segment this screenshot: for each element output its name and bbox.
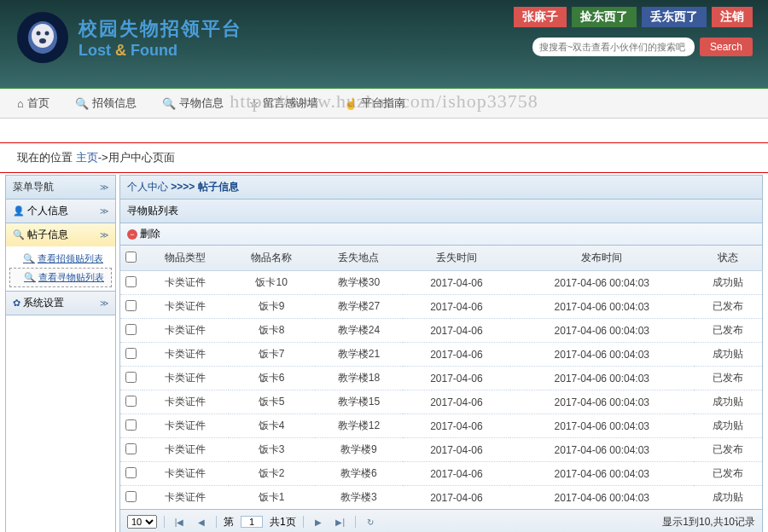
nav-wall[interactable]: ☆留言感谢墙 (249, 95, 318, 111)
column-header: 丢失地点 (315, 246, 404, 271)
column-header: 状态 (694, 246, 762, 271)
svg-point-2 (37, 32, 41, 36)
table-row[interactable]: 卡类证件饭卡10教学楼302017-04-062017-04-06 00:04:… (120, 271, 763, 295)
nav-home[interactable]: ⌂首页 (17, 95, 49, 111)
refresh-button[interactable]: ↻ (363, 514, 378, 529)
logo-title-cn: 校园失物招领平台 (79, 16, 242, 42)
user-button[interactable]: 张麻子 (514, 7, 567, 27)
next-page-button[interactable]: ▶ (311, 514, 326, 529)
table-row[interactable]: 卡类证件饭卡3教学楼92017-04-062017-04-06 00:04:03… (120, 438, 763, 462)
row-checkbox[interactable] (125, 324, 137, 335)
collapse-icon[interactable]: ≫ (100, 182, 108, 192)
panel-title: 寻物贴列表 (119, 200, 763, 223)
row-checkbox[interactable] (125, 276, 137, 287)
search-input[interactable] (532, 38, 695, 56)
breadcrumb: 现在的位置 主页->用户中心页面 (0, 143, 768, 173)
table-row[interactable]: 卡类证件饭卡8教学楼242017-04-062017-04-06 00:04:0… (120, 319, 763, 343)
logo-icon (17, 12, 68, 63)
nav-guide[interactable]: ☝平台指南 (344, 95, 405, 111)
table-row[interactable]: 卡类证件饭卡2教学楼62017-04-062017-04-06 00:04:03… (120, 462, 763, 486)
svg-point-1 (32, 24, 54, 48)
sidebar-personal[interactable]: 👤 个人信息≫ (6, 200, 115, 223)
nav-claim[interactable]: 🔍招领信息 (75, 95, 137, 111)
table-row[interactable]: 卡类证件饭卡1教学楼32017-04-062017-04-06 00:04:03… (120, 486, 763, 510)
select-all-checkbox[interactable] (125, 252, 137, 263)
row-checkbox[interactable] (125, 396, 137, 407)
star-icon: ☆ (249, 97, 259, 110)
svg-point-3 (45, 32, 49, 36)
sidebar-link-claim[interactable]: 🔍查看招领贴列表 (6, 250, 115, 268)
delete-icon: − (127, 229, 137, 240)
user-icon: 👤 (13, 205, 25, 216)
logo-title-en: Lost & Found (79, 42, 242, 60)
search-icon: 🔍 (23, 253, 35, 264)
first-page-button[interactable]: |◀ (172, 514, 187, 529)
row-checkbox[interactable] (125, 419, 137, 431)
page-input[interactable] (241, 516, 263, 528)
column-header: 物品类型 (143, 246, 229, 271)
hand-icon: ☝ (344, 97, 358, 110)
gear-icon: ✿ (13, 298, 20, 308)
logout-button[interactable]: 注销 (712, 7, 753, 27)
sidebar-header: 菜单导航≫ (6, 176, 115, 200)
sidebar-link-lost[interactable]: 🔍查看寻物贴列表 (9, 268, 112, 287)
prev-page-button[interactable]: ◀ (194, 514, 209, 529)
expand-icon: ≫ (100, 230, 108, 240)
row-checkbox[interactable] (125, 300, 137, 311)
content-breadcrumb: 个人中心 >>>> 帖子信息 (119, 175, 763, 200)
table-row[interactable]: 卡类证件饭卡9教学楼272017-04-062017-04-06 00:04:0… (120, 295, 763, 319)
row-checkbox[interactable] (125, 491, 137, 502)
row-checkbox[interactable] (125, 372, 137, 383)
pager-info: 显示1到10,共10记录 (662, 515, 755, 529)
breadcrumb-home[interactable]: 主页 (76, 151, 98, 164)
delete-button[interactable]: −删除 (127, 227, 160, 241)
row-checkbox[interactable] (125, 348, 137, 359)
search-icon: 🔍 (13, 229, 25, 240)
expand-icon: ≫ (100, 206, 108, 216)
home-icon: ⌂ (17, 97, 24, 110)
page-size-select[interactable]: 10 (127, 515, 157, 529)
search-button[interactable]: Search (700, 38, 753, 56)
search-icon: 🔍 (24, 272, 36, 283)
column-header: 丢失时间 (403, 246, 509, 271)
search-icon: 🔍 (162, 97, 176, 110)
sidebar-posts[interactable]: 🔍 帖子信息≫ (6, 223, 115, 246)
column-header: 发布时间 (510, 246, 695, 271)
table-row[interactable]: 卡类证件饭卡7教学楼212017-04-062017-04-06 00:04:0… (120, 343, 763, 367)
expand-icon: ≫ (100, 298, 108, 308)
sidebar-settings[interactable]: ✿ 系统设置≫ (6, 292, 115, 315)
found-button[interactable]: 捡东西了 (572, 7, 637, 27)
row-checkbox[interactable] (125, 467, 137, 478)
column-header: 物品名称 (229, 246, 315, 271)
data-table: 物品类型物品名称丢失地点丢失时间发布时间状态 卡类证件饭卡10教学楼302017… (119, 246, 763, 510)
nav-lost[interactable]: 🔍寻物信息 (162, 95, 224, 111)
table-row[interactable]: 卡类证件饭卡5教学楼152017-04-062017-04-06 00:04:0… (120, 390, 763, 414)
table-row[interactable]: 卡类证件饭卡4教学楼122017-04-062017-04-06 00:04:0… (120, 414, 763, 438)
last-page-button[interactable]: ▶| (333, 514, 348, 529)
table-row[interactable]: 卡类证件饭卡6教学楼182017-04-062017-04-06 00:04:0… (120, 367, 763, 390)
lost-button[interactable]: 丢东西了 (642, 7, 707, 27)
svg-point-4 (39, 38, 46, 43)
search-icon: 🔍 (75, 97, 89, 110)
row-checkbox[interactable] (125, 443, 137, 454)
